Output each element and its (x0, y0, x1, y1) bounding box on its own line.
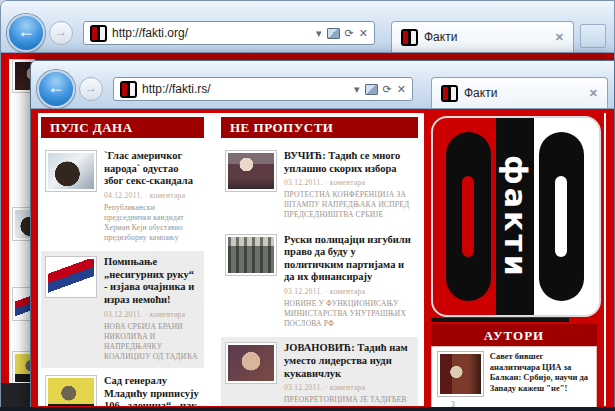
author-item[interactable]: 3 коментара Савет бившег аналитичара ЦИА… (431, 346, 597, 410)
url-bar[interactable]: http://fakti.rs/ ▾ ⟳ ✕ (113, 77, 413, 101)
back-button[interactable]: ← (7, 14, 45, 52)
sidebar-divider (431, 318, 569, 322)
news-summary: Републикански председнички кандидат Херм… (104, 203, 200, 244)
page-bookmark-icon[interactable] (327, 28, 340, 39)
fakti-favicon-icon (401, 29, 418, 46)
forward-button[interactable]: → (49, 21, 73, 45)
news-item-body: ЈОВАНОВИЋ: Тадић нам уместо лидерства ну… (284, 342, 414, 406)
logo-right-shape (539, 132, 584, 301)
tab-close-icon[interactable]: ✕ (589, 87, 598, 100)
column-ne-propusti: НЕ ПРОПУСТИ ВУЧИЋ: Тадић се много уплаши… (221, 117, 418, 406)
news-summary: ПРЕОКРЕТОВЦИМА ЈЕ ТАДИЋЕВ ПРЕОКРЕТ МАЛО … (284, 395, 414, 406)
news-date: 04.12.2011. (104, 191, 143, 200)
back-button[interactable]: ← (37, 70, 75, 108)
reload-icon[interactable]: ⟳ (345, 28, 354, 39)
titlebar[interactable] (1, 1, 614, 14)
window-bottom-border (0, 407, 615, 411)
url-bar[interactable]: http://fakti.org/ ▾ ⟳ ✕ (83, 21, 375, 45)
reload-icon[interactable]: ⟳ (383, 84, 392, 95)
page-bookmark-icon[interactable] (365, 84, 378, 95)
news-comments-link[interactable]: коментара (330, 178, 365, 187)
new-tab-button[interactable] (580, 24, 606, 48)
news-comments-link[interactable]: коментара (330, 383, 365, 392)
news-thumbnail[interactable] (225, 150, 277, 192)
news-thumbnail[interactable] (225, 342, 277, 384)
news-date: 03.12.2011. (284, 383, 323, 392)
news-meta: 03.12.2011. · коментара (104, 310, 200, 319)
fakti-logo[interactable]: факти (431, 116, 601, 317)
column-header: ПУЛС ДАНА (41, 117, 204, 138)
news-item[interactable]: `Глас америчког народа` одустао због сек… (41, 145, 204, 249)
news-title[interactable]: Помињање „несигурних руку“ - изјава очај… (104, 256, 200, 306)
browser-chrome: ← → http://fakti.org/ ▾ ⟳ ✕ Факти ✕ (1, 1, 614, 53)
news-summary: НОВА СРБИЈА БРАНИ НИКОЛИЋА И НАПРЕДЊАЧКУ… (104, 322, 200, 363)
browser-window-foreground[interactable]: ← → http://fakti.rs/ ▾ ⟳ ✕ Факти ✕ (30, 60, 615, 411)
fakti-favicon-icon (90, 25, 107, 42)
news-thumbnail[interactable] (225, 234, 277, 276)
tab-title: Факти (464, 86, 583, 100)
author-item-top: 3 коментара Савет бившег аналитичара ЦИА… (437, 351, 591, 410)
webpage-fakti-rs: ПУЛС ДАНА `Глас америчког народа` одуста… (31, 109, 614, 410)
news-content-area: ПУЛС ДАНА `Глас америчког народа` одуста… (38, 113, 424, 406)
news-item[interactable]: ЈОВАНОВИЋ: Тадић нам уместо лидерства ну… (221, 337, 418, 406)
authors-section-header: АУТОРИ (431, 324, 597, 347)
news-item-body: `Глас америчког народа` одустао због сек… (104, 150, 200, 243)
clipped-page-footer (1, 383, 33, 410)
news-meta: 04.12.2011. · коментара (104, 191, 200, 200)
news-item-body: ВУЧИЋ: Тадић се много уплашио скорих изб… (284, 150, 414, 221)
news-title[interactable]: Сад генералу Младићу приписују 106 „злоч… (104, 375, 200, 406)
author-article-title[interactable]: Савет бившег аналитичара ЦИА за Балкан: … (490, 351, 591, 410)
right-sidebar: факти АУТОРИ 3 коментара Савет бившег ан… (429, 109, 602, 410)
navigation-toolbar: ← → http://fakti.rs/ ▾ ⟳ ✕ Факти ✕ (31, 70, 614, 108)
news-title[interactable]: ВУЧИЋ: Тадић се много уплашио скорих изб… (284, 150, 414, 175)
news-meta: 03.12.2011. · коментара (284, 383, 414, 392)
news-item-body: Сад генералу Младићу приписују 106 „злоч… (104, 375, 200, 406)
news-meta: 03.12.2011. · коментара (284, 287, 414, 296)
news-summary: НОВИНЕ У ФУНКЦИОНИСАЊУ МИНИСТАРСТВА УНУТ… (284, 299, 414, 329)
fakti-favicon-icon (441, 85, 458, 102)
fakti-favicon-icon (120, 81, 137, 98)
chevron-down-icon[interactable]: ▾ (354, 84, 360, 95)
screen: ← → http://fakti.org/ ▾ ⟳ ✕ Факти ✕ (0, 0, 615, 411)
chevron-down-icon[interactable]: ▾ (316, 28, 322, 39)
news-thumbnail[interactable] (45, 256, 97, 298)
stop-icon[interactable]: ✕ (359, 28, 368, 39)
navigation-toolbar: ← → http://fakti.org/ ▾ ⟳ ✕ Факти ✕ (1, 14, 614, 52)
news-date: 03.12.2011. (284, 178, 323, 187)
news-date: 03.12.2011. (284, 287, 323, 296)
news-comments-link[interactable]: коментара (150, 191, 185, 200)
news-item[interactable]: Сад генералу Младићу приписују 106 „злоч… (41, 370, 204, 406)
tab-close-icon[interactable]: ✕ (555, 31, 564, 44)
news-comments-link[interactable]: коментара (330, 287, 365, 296)
tab-fakti[interactable]: Факти ✕ (431, 77, 608, 108)
meta-separator: · (325, 383, 328, 392)
news-meta: 03.12.2011. · коментара (284, 178, 414, 187)
news-summary: ПРОТЕСТНА КОНФЕРЕНЦИЈА ЗА ШТАМПУ НАПРЕДЊ… (284, 190, 414, 220)
news-item-body: Руски полицајци изгубили право да буду у… (284, 234, 414, 330)
news-thumbnail[interactable] (45, 375, 97, 406)
meta-separator: · (145, 310, 148, 319)
news-thumbnail[interactable] (45, 150, 97, 192)
stop-icon[interactable]: ✕ (397, 84, 406, 95)
url-text[interactable]: http://fakti.rs/ (142, 82, 349, 96)
news-date: 03.12.2011. (104, 310, 143, 319)
forward-button[interactable]: → (79, 77, 103, 101)
news-title[interactable]: `Глас америчког народа` одустао због сек… (104, 150, 200, 188)
meta-separator: · (145, 191, 148, 200)
logo-left-shape (446, 132, 491, 301)
news-item[interactable]: ВУЧИЋ: Тадић се много уплашио скорих изб… (221, 145, 418, 227)
titlebar[interactable] (31, 61, 614, 70)
news-item[interactable]: Помињање „несигурних руку“ - изјава очај… (41, 251, 204, 368)
author-thumbnail[interactable] (437, 351, 484, 397)
column-header: НЕ ПРОПУСТИ (221, 117, 418, 138)
column-puls-dana: ПУЛС ДАНА `Глас америчког народа` одуста… (41, 117, 204, 406)
news-title[interactable]: ЈОВАНОВИЋ: Тадић нам уместо лидерства ну… (284, 342, 414, 380)
news-title[interactable]: Руски полицајци изгубили право да буду у… (284, 234, 414, 284)
logo-wordmark: факти (494, 118, 536, 315)
tab-fakti[interactable]: Факти ✕ (391, 21, 574, 52)
news-item[interactable]: Руски полицајци изгубили право да буду у… (221, 229, 418, 336)
url-text[interactable]: http://fakti.org/ (112, 26, 311, 40)
news-comments-link[interactable]: коментара (150, 310, 185, 319)
tab-title: Факти (424, 30, 549, 44)
news-item-body: Помињање „несигурних руку“ - изјава очај… (104, 256, 200, 362)
